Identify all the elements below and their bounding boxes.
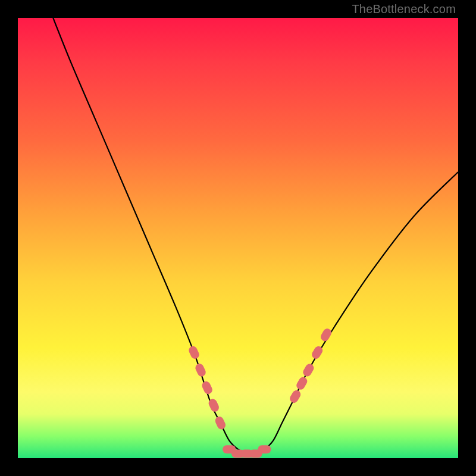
curve-svg xyxy=(18,18,458,458)
annotation-marker xyxy=(194,362,207,378)
annotation-marker xyxy=(187,345,201,360)
annotation-marker xyxy=(319,327,333,343)
chart-frame: TheBottleneck.com xyxy=(0,0,476,476)
annotation-marker xyxy=(214,415,227,431)
annotation-marker xyxy=(201,380,214,396)
annotation-marker xyxy=(258,445,271,453)
bottleneck-curve xyxy=(53,18,458,455)
annotation-marker xyxy=(289,389,302,404)
annotation-markers xyxy=(187,327,333,458)
annotation-marker xyxy=(302,362,315,378)
watermark-text: TheBottleneck.com xyxy=(352,2,456,16)
annotation-marker xyxy=(295,375,309,391)
plot-area xyxy=(18,18,458,458)
